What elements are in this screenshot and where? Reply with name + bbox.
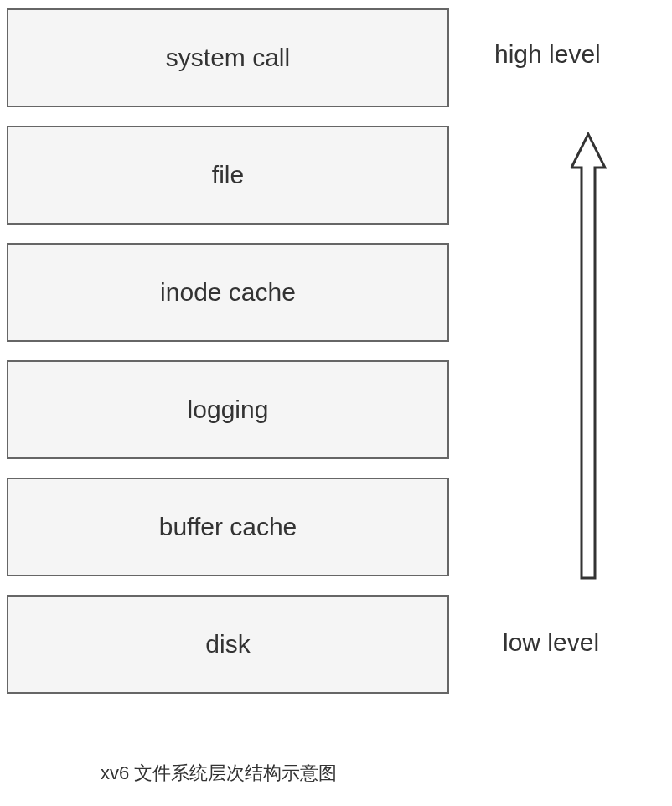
layer-buffer-cache: buffer cache <box>7 478 449 576</box>
layer-label: buffer cache <box>159 513 297 541</box>
diagram-container: system call file inode cache logging buf… <box>0 0 672 806</box>
layer-logging: logging <box>7 360 449 459</box>
layer-label: file <box>212 161 244 189</box>
layers-column: system call file inode cache logging buf… <box>7 8 449 712</box>
layer-label: system call <box>166 44 290 72</box>
up-arrow-icon <box>563 126 613 588</box>
layer-inode-cache: inode cache <box>7 243 449 342</box>
high-level-label: high level <box>494 40 601 69</box>
layer-disk: disk <box>7 595 449 694</box>
right-column: high level low level <box>486 8 662 702</box>
layer-label: disk <box>205 630 250 659</box>
layer-system-call: system call <box>7 8 449 107</box>
layer-label: logging <box>188 395 269 424</box>
layer-label: inode cache <box>160 278 296 307</box>
caption: xv6 文件系统层次结构示意图 <box>101 761 337 786</box>
layer-file: file <box>7 126 449 225</box>
low-level-label: low level <box>503 628 599 657</box>
